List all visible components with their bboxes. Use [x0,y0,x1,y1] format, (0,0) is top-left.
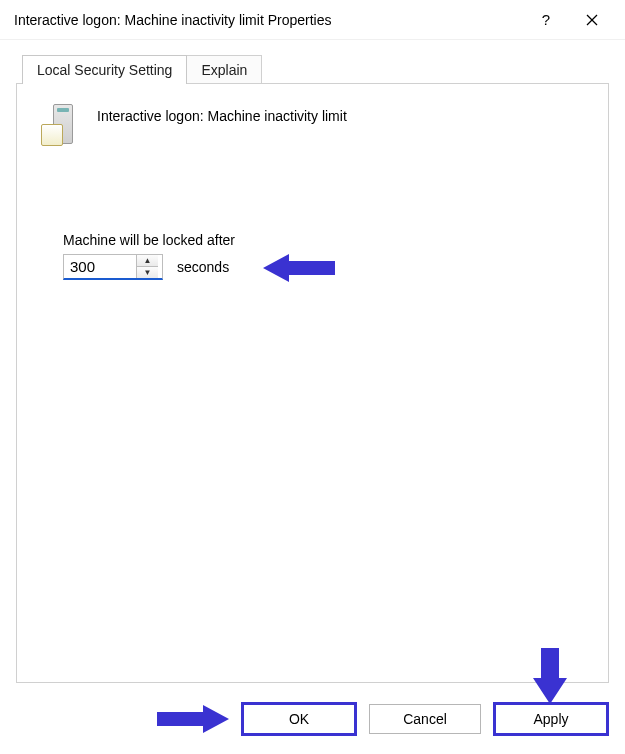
inactivity-seconds-input[interactable] [64,255,136,278]
annotation-arrow-apply [529,648,571,704]
cancel-button[interactable]: Cancel [369,704,481,734]
annotation-arrow-field [263,250,335,286]
dialog-footer: OK Cancel Apply [0,696,625,754]
window-title: Interactive logon: Machine inactivity li… [14,12,523,28]
apply-button[interactable]: Apply [495,704,607,734]
client-area: Local Security Setting Explain Interacti… [0,40,625,696]
svg-marker-4 [533,648,567,704]
inactivity-seconds-spinner: ▲ ▼ [63,254,163,280]
svg-marker-3 [157,705,229,733]
annotation-arrow-ok [157,701,229,737]
help-button[interactable]: ? [523,4,569,36]
caret-up-icon: ▲ [144,256,152,265]
policy-icon [39,102,79,148]
spin-up-button[interactable]: ▲ [137,255,158,266]
spin-buttons: ▲ ▼ [136,255,158,278]
caret-down-icon: ▼ [144,268,152,277]
ok-button[interactable]: OK [243,704,355,734]
setting-row: ▲ ▼ seconds [63,254,586,280]
policy-header: Interactive logon: Machine inactivity li… [39,102,586,148]
tab-panel-setting: Interactive logon: Machine inactivity li… [16,83,609,683]
tab-local-security-setting[interactable]: Local Security Setting [22,55,187,84]
policy-title: Interactive logon: Machine inactivity li… [97,102,347,124]
close-button[interactable] [569,4,615,36]
titlebar: Interactive logon: Machine inactivity li… [0,0,625,40]
setting-block: Machine will be locked after ▲ ▼ seconds [63,232,586,280]
tab-explain[interactable]: Explain [187,55,262,84]
close-icon [586,14,598,26]
tabstrip: Local Security Setting Explain [22,54,609,83]
inactivity-field-label: Machine will be locked after [63,232,586,248]
inactivity-unit-label: seconds [177,259,229,275]
spin-down-button[interactable]: ▼ [137,266,158,278]
svg-marker-2 [263,254,335,282]
